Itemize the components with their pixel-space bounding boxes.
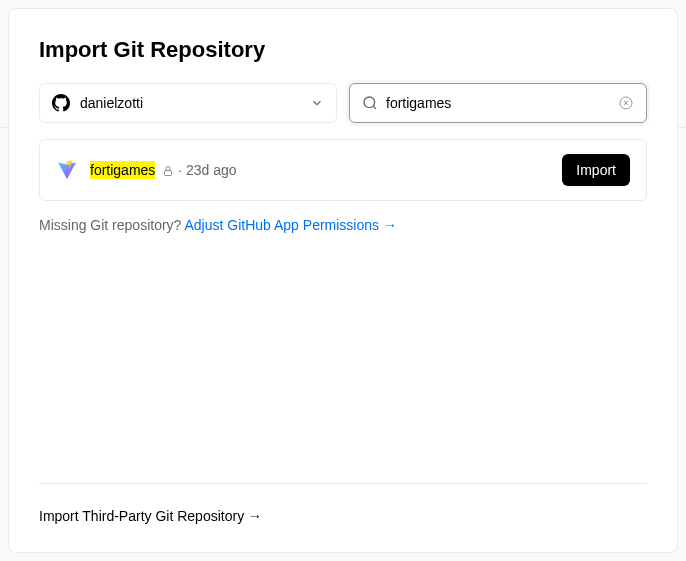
vite-icon: [56, 159, 78, 181]
search-input[interactable]: [386, 95, 618, 111]
missing-prefix: Missing Git repository?: [39, 217, 185, 233]
search-icon: [362, 95, 378, 111]
repo-name-wrapper: fortigames · 23d ago: [90, 161, 237, 179]
third-party-link[interactable]: Import Third-Party Git Repository →: [39, 508, 647, 524]
third-party-label: Import Third-Party Git Repository →: [39, 508, 262, 524]
repo-info: fortigames · 23d ago: [56, 159, 237, 181]
adjust-permissions-link[interactable]: Adjust GitHub App Permissions →: [185, 217, 397, 233]
page-title: Import Git Repository: [39, 37, 647, 63]
svg-point-0: [364, 97, 375, 108]
account-name: danielzotti: [80, 95, 143, 111]
chevron-down-icon: [310, 96, 324, 110]
missing-repo-text: Missing Git repository? Adjust GitHub Ap…: [39, 217, 647, 233]
repo-updated: 23d ago: [186, 162, 237, 178]
import-button[interactable]: Import: [562, 154, 630, 186]
spacer: [39, 233, 647, 483]
bottom-divider: [39, 483, 647, 484]
account-select[interactable]: danielzotti: [39, 83, 337, 123]
controls-row: danielzotti: [39, 83, 647, 123]
repo-item: fortigames · 23d ago Import: [39, 139, 647, 201]
import-card: Import Git Repository danielzotti: [8, 8, 678, 553]
lock-icon: [162, 165, 174, 177]
repo-name: fortigames: [90, 161, 155, 179]
svg-line-1: [373, 106, 376, 109]
repo-separator: ·: [178, 162, 186, 178]
search-box[interactable]: [349, 83, 647, 123]
github-icon: [52, 94, 70, 112]
clear-icon[interactable]: [618, 95, 634, 111]
svg-rect-5: [164, 170, 171, 175]
